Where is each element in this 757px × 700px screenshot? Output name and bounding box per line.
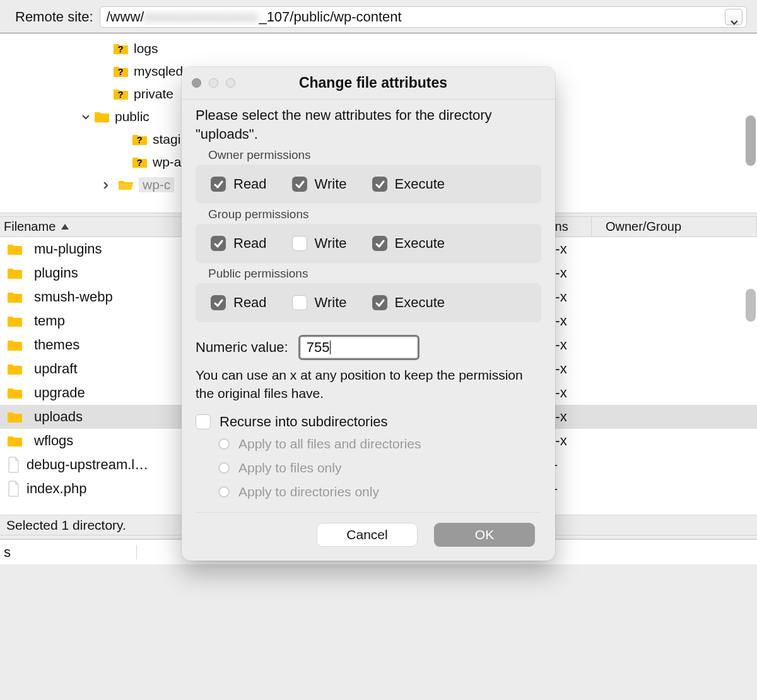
dialog-title: Change file attributes <box>235 74 555 91</box>
folder-unknown-icon <box>132 156 148 168</box>
column-owner-group[interactable]: Owner/Group <box>592 217 757 236</box>
expand-toggle[interactable] <box>100 179 111 190</box>
owner-group-redacted <box>592 268 674 278</box>
public-read-checkbox[interactable]: Read <box>211 295 267 311</box>
checkbox-unchecked-icon <box>292 295 307 310</box>
folder-icon <box>8 315 23 327</box>
public-permissions-section: Public permissions Read Write Execute <box>196 267 541 322</box>
dialog-titlebar: Change file attributes <box>182 67 555 100</box>
owner-permissions-section: Owner permissions Read Write Execute <box>196 148 541 204</box>
numeric-hint: You can use an x at any position to keep… <box>196 366 541 402</box>
remote-site-bar: Remote site: /www/xxxxxxxxxxxxxx_107/pub… <box>0 0 757 33</box>
remote-site-path-input[interactable]: /www/xxxxxxxxxxxxxx_107/public/wp-conten… <box>100 6 748 28</box>
checkbox-checked-icon <box>292 177 307 192</box>
folder-icon <box>8 435 23 447</box>
path-dropdown-button[interactable] <box>725 9 742 25</box>
group-permissions-section: Group permissions Read Write Execute <box>196 207 541 263</box>
numeric-value-row: Numeric value: 755 <box>196 335 541 360</box>
checkbox-checked-icon <box>211 236 226 251</box>
owner-write-checkbox[interactable]: Write <box>292 176 347 192</box>
sort-asc-icon <box>61 223 69 231</box>
recurse-option: Apply to directories only <box>218 484 541 499</box>
folder-icon <box>8 339 23 351</box>
folder-unknown-icon <box>114 88 129 100</box>
folder-unknown-icon <box>132 133 148 146</box>
owner-group-redacted <box>592 244 674 254</box>
folder-icon <box>8 267 23 279</box>
radio-icon <box>218 462 230 474</box>
recurse-options: Apply to all files and directories Apply… <box>218 436 541 499</box>
checkbox-checked-icon <box>211 177 226 192</box>
owner-group-redacted <box>592 460 674 470</box>
tree-scrollbar[interactable] <box>746 115 756 166</box>
close-window-icon[interactable] <box>192 78 201 88</box>
folder-icon <box>8 291 23 303</box>
radio-icon <box>218 486 230 498</box>
collapse-toggle[interactable] <box>79 111 91 122</box>
checkbox-checked-icon <box>211 295 226 310</box>
remote-site-label: Remote site: <box>15 9 93 25</box>
checkbox-checked-icon <box>372 295 387 310</box>
folder-icon <box>8 387 23 399</box>
folder-unknown-icon <box>114 65 129 78</box>
radio-icon <box>218 438 230 450</box>
public-execute-checkbox[interactable]: Execute <box>372 295 445 311</box>
ok-button[interactable]: OK <box>434 523 535 547</box>
cancel-button[interactable]: Cancel <box>317 523 418 547</box>
numeric-value-input[interactable]: 755 <box>298 335 420 360</box>
owner-group-redacted <box>592 292 674 302</box>
zoom-window-icon[interactable] <box>226 78 235 88</box>
owner-group-redacted <box>592 436 674 446</box>
public-write-checkbox[interactable]: Write <box>292 295 347 311</box>
owner-group-redacted <box>592 340 674 350</box>
minimize-window-icon[interactable] <box>209 78 218 88</box>
folder-icon <box>8 243 23 255</box>
owner-read-checkbox[interactable]: Read <box>211 176 267 192</box>
folder-icon <box>8 411 23 423</box>
checkbox-checked-icon <box>372 236 387 251</box>
tree-item[interactable]: logs <box>98 37 757 60</box>
owner-group-redacted <box>592 412 674 422</box>
folder-icon <box>8 363 23 375</box>
owner-group-redacted <box>592 484 674 494</box>
recurse-option: Apply to files only <box>218 460 541 475</box>
owner-group-redacted <box>592 364 674 374</box>
owner-group-redacted <box>592 316 674 326</box>
dialog-prompt: Please select the new attributes for the… <box>196 106 541 143</box>
checkbox-unchecked-icon <box>196 414 211 429</box>
group-write-checkbox[interactable]: Write <box>292 235 347 252</box>
checkbox-unchecked-icon <box>292 236 307 251</box>
group-execute-checkbox[interactable]: Execute <box>372 235 445 252</box>
recurse-option: Apply to all files and directories <box>218 436 541 452</box>
folder-open-icon <box>119 178 134 191</box>
folder-unknown-icon <box>114 42 129 55</box>
folder-icon <box>95 110 110 123</box>
window-controls <box>182 78 235 88</box>
file-icon <box>8 457 20 473</box>
change-attributes-dialog: Change file attributes Please select the… <box>182 67 555 561</box>
owner-execute-checkbox[interactable]: Execute <box>372 176 445 192</box>
group-read-checkbox[interactable]: Read <box>211 235 267 252</box>
recurse-checkbox[interactable]: Recurse into subdirectories <box>196 414 541 430</box>
owner-group-redacted <box>592 388 674 398</box>
file-list-scrollbar[interactable] <box>746 289 756 322</box>
chevron-down-icon <box>730 13 737 21</box>
text-cursor-icon <box>330 341 331 354</box>
checkbox-checked-icon <box>372 177 387 192</box>
file-icon <box>8 481 20 497</box>
